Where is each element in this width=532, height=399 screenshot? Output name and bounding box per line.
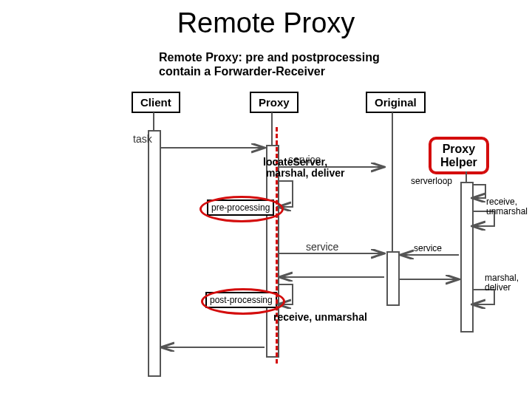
proxy-box: Proxy (250, 92, 299, 113)
client-activation (148, 130, 161, 377)
label-locate-server: locateServer, marshal, deliver (263, 157, 345, 180)
subtitle-line2: contain a Forwarder-Receiver (159, 65, 325, 78)
subtitle-line1: Remote Proxy: pre and postprocessing (159, 51, 380, 64)
proxy-helper-l1: Proxy (443, 143, 475, 155)
recv-r-l2: unmarshal (486, 206, 528, 216)
msg-service-right: service (414, 244, 442, 253)
locate-l1: locateServer, (263, 156, 327, 168)
md-r-l2: deliver (485, 282, 511, 293)
locate-l2: marshal, deliver (266, 167, 345, 179)
md-r-l1: marshal, (485, 273, 519, 283)
label-marshal-deliver-r: marshal, deliver (485, 273, 519, 293)
original-lifeline-stem (392, 112, 393, 251)
helper-activation (460, 182, 474, 332)
recv-r-l1: receive, (486, 197, 517, 207)
msg-serverloop: serverloop (411, 177, 452, 186)
label-receive-unmarshal: receive, unmarshal (273, 312, 367, 323)
helper-lifeline-stem (466, 171, 467, 182)
proxy-helper-box: Proxy Helper (429, 137, 489, 174)
subtitle: Remote Proxy: pre and postprocessing con… (159, 50, 380, 78)
client-lifeline-stem (153, 112, 154, 130)
msg-service-mid: service (306, 241, 338, 253)
sequence-diagram: Client Proxy Original Proxy Helper pre-p… (118, 81, 532, 392)
msg-task: task (133, 133, 152, 145)
original-box: Original (366, 92, 426, 113)
pre-ellipse (200, 196, 284, 222)
proxy-helper-l2: Helper (440, 156, 477, 168)
label-receive-unmarshal-r: receive, unmarshal (486, 197, 528, 216)
slide-title: Remote Proxy (0, 7, 532, 39)
original-activation (386, 251, 400, 306)
post-ellipse (201, 288, 285, 315)
proxy-lifeline-stem (271, 112, 273, 145)
client-box: Client (132, 92, 180, 113)
